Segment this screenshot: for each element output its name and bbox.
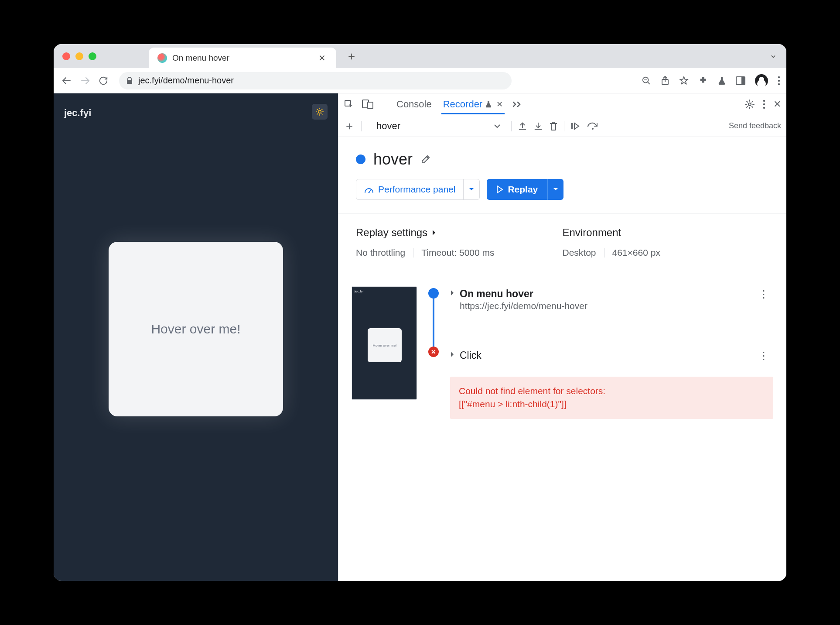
reload-button[interactable] <box>96 74 110 88</box>
flask-icon <box>485 100 492 108</box>
window-controls <box>62 52 96 60</box>
share-icon[interactable] <box>661 76 669 86</box>
step-menu-button[interactable]: ⋮ <box>754 288 773 300</box>
svg-rect-4 <box>741 77 745 85</box>
environment-dimensions: 461×660 px <box>612 247 660 258</box>
devtools-menu-icon[interactable] <box>763 100 765 109</box>
page-logo[interactable]: jec.fyi <box>64 107 91 119</box>
page-thumbnail: jec.fyi Hover over me! <box>352 286 417 400</box>
profile-avatar[interactable] <box>755 74 768 87</box>
hover-card[interactable]: Hover over me! <box>109 242 283 416</box>
svg-rect-16 <box>571 123 573 129</box>
recording-title: hover <box>373 150 413 168</box>
tab-console[interactable]: Console <box>395 94 434 114</box>
minimize-window-button[interactable] <box>75 52 83 60</box>
browser-menu-button[interactable] <box>778 76 780 86</box>
steps-section: jec.fyi Hover over me! ✕ On menu hover <box>338 273 786 432</box>
close-devtools-icon[interactable]: ✕ <box>773 99 781 110</box>
close-window-button[interactable] <box>62 52 70 60</box>
tabs-dropdown-button[interactable] <box>769 52 778 61</box>
sun-icon <box>315 107 324 116</box>
settings-gear-icon[interactable] <box>744 99 755 110</box>
expand-step-icon[interactable] <box>450 351 454 357</box>
performance-panel-button[interactable]: Performance panel <box>356 179 480 200</box>
device-toggle-icon[interactable] <box>362 100 373 109</box>
delete-icon[interactable] <box>549 121 558 131</box>
step-timeline: ✕ <box>426 286 441 419</box>
status-dot-icon <box>356 155 365 164</box>
chevron-right-icon <box>432 230 436 236</box>
close-panel-icon[interactable]: ✕ <box>496 100 503 109</box>
theme-toggle-button[interactable] <box>312 104 328 120</box>
recorder-body: hover Performance panel Rep <box>338 137 786 581</box>
continue-icon[interactable] <box>570 122 581 130</box>
devtools-tab-bar: Console Recorder ✕ ✕ <box>338 93 786 115</box>
svg-point-6 <box>778 79 780 81</box>
toolbar-actions <box>642 74 780 87</box>
tab-recorder[interactable]: Recorder ✕ <box>441 94 505 114</box>
play-icon <box>496 185 503 193</box>
bookmark-star-icon[interactable] <box>679 76 689 86</box>
tab-bar: On menu hover ✕ ＋ <box>54 44 786 68</box>
gauge-icon <box>364 185 374 193</box>
step-title: On menu hover <box>460 288 749 300</box>
expand-step-icon[interactable] <box>450 290 454 296</box>
step-over-icon[interactable] <box>587 122 598 130</box>
step-menu-button[interactable]: ⋮ <box>754 350 773 362</box>
step-list: On menu hover https://jec.fyi/demo/menu-… <box>450 286 773 419</box>
browser-toolbar: jec.fyi/demo/menu-hover <box>54 68 786 93</box>
replay-dropdown[interactable] <box>547 179 563 200</box>
tab-title: On menu hover <box>172 53 311 63</box>
svg-rect-11 <box>368 102 373 109</box>
side-panel-icon[interactable] <box>736 76 745 85</box>
replay-button[interactable]: Replay <box>487 179 563 200</box>
extensions-icon[interactable] <box>698 76 708 86</box>
favicon-icon <box>157 53 167 63</box>
edit-title-button[interactable] <box>420 154 431 165</box>
recording-selector[interactable]: hover <box>376 120 400 132</box>
environment-heading: Environment <box>563 227 621 239</box>
card-text: Hover over me! <box>151 322 240 337</box>
performance-dropdown[interactable] <box>463 179 479 199</box>
forward-button[interactable] <box>78 74 92 88</box>
recording-title-row: hover <box>338 137 786 179</box>
back-button[interactable] <box>60 74 74 88</box>
step-title: Click <box>460 350 749 361</box>
replay-settings-heading[interactable]: Replay settings <box>356 227 563 239</box>
error-text-line1: Could not find element for selectors: <box>459 385 765 398</box>
browser-tab[interactable]: On menu hover ✕ <box>149 48 336 69</box>
inspect-element-icon[interactable] <box>344 99 354 110</box>
environment-settings: Environment Desktop 461×660 px <box>563 227 769 258</box>
more-tabs-icon[interactable] <box>512 101 521 107</box>
svg-point-17 <box>592 128 594 130</box>
step-row[interactable]: Click ⋮ <box>450 348 773 364</box>
address-bar[interactable]: jec.fyi/demo/menu-hover <box>119 72 512 89</box>
export-icon[interactable] <box>518 121 527 131</box>
maximize-window-button[interactable] <box>89 52 96 60</box>
content-area: jec.fyi Hover over me! Console Recorder … <box>54 93 786 581</box>
send-feedback-link[interactable]: Send feedback <box>729 121 781 130</box>
browser-window: On menu hover ✕ ＋ jec.fyi/demo/menu-hove… <box>54 44 786 581</box>
devtools-panel: Console Recorder ✕ ✕ ＋ hover <box>338 93 786 581</box>
labs-icon[interactable] <box>717 76 726 86</box>
recorder-toolbar: ＋ hover Send feedback <box>338 115 786 137</box>
thumbnail-card: Hover over me! <box>368 328 402 362</box>
svg-point-18 <box>369 192 370 193</box>
svg-rect-0 <box>127 80 132 84</box>
thumbnail-logo: jec.fyi <box>355 289 363 293</box>
svg-point-14 <box>763 103 765 105</box>
svg-point-15 <box>763 106 765 108</box>
recording-dropdown-icon[interactable] <box>494 124 501 128</box>
error-message: Could not find element for selectors: [[… <box>450 377 773 419</box>
import-icon[interactable] <box>533 121 543 131</box>
url-text: jec.fyi/demo/menu-hover <box>138 76 234 86</box>
settings-section: Replay settings No throttling Timeout: 5… <box>338 213 786 273</box>
step-row[interactable]: On menu hover https://jec.fyi/demo/menu-… <box>450 286 773 313</box>
svg-point-5 <box>778 76 780 78</box>
zoom-out-icon[interactable] <box>642 76 651 86</box>
close-tab-button[interactable]: ✕ <box>317 51 328 65</box>
new-tab-button[interactable]: ＋ <box>343 46 360 66</box>
new-recording-button[interactable]: ＋ <box>344 118 355 134</box>
action-buttons: Performance panel Replay <box>338 179 786 213</box>
svg-point-7 <box>778 83 780 85</box>
